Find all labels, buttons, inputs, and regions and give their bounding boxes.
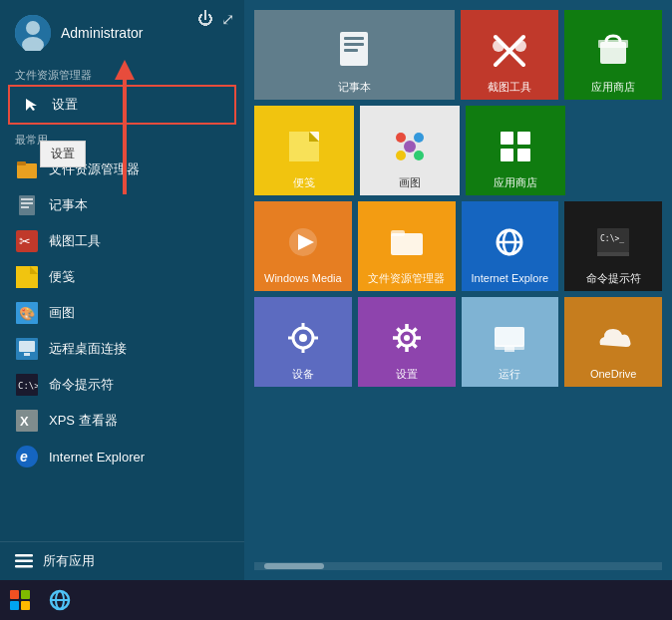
tile-paint[interactable]: 画图: [360, 106, 460, 195]
tile-onedrive-icon: [594, 319, 632, 364]
menu-item-xps[interactable]: X XPS 查看器: [0, 403, 244, 439]
scrollbar-thumb: [264, 563, 324, 569]
win-logo-blue: [10, 601, 19, 610]
tile-run[interactable]: 运行: [462, 297, 559, 387]
xps-label: XPS 查看器: [49, 412, 118, 430]
tile-sticky-label: 便笺: [293, 176, 315, 189]
tile-devices-label: 设备: [292, 368, 314, 381]
svg-rect-37: [598, 40, 628, 48]
tile-filemanager-label: 文件资源管理器: [368, 272, 445, 285]
tile-snip[interactable]: 截图工具: [461, 10, 558, 100]
svg-rect-48: [501, 149, 513, 161]
power-button[interactable]: ⏻: [197, 10, 213, 29]
svg-rect-3: [17, 163, 37, 178]
svg-text:e: e: [20, 449, 28, 465]
svg-point-44: [414, 151, 424, 160]
svg-rect-46: [501, 132, 513, 145]
paint-label: 画图: [49, 304, 75, 322]
svg-point-33: [493, 40, 504, 52]
tiles-row3: Windows Media 文件资源管理器: [254, 201, 662, 291]
svg-rect-8: [21, 206, 29, 208]
tile-sticky[interactable]: 便笺: [254, 106, 354, 195]
tile-run-icon: [491, 319, 528, 364]
tile-ie[interactable]: Internet Explore: [462, 201, 559, 291]
tile-store-label: 应用商店: [591, 81, 635, 94]
taskbar-ie-button[interactable]: [40, 580, 80, 620]
settings-menu-item[interactable]: 设置: [8, 85, 236, 125]
tile-onedrive[interactable]: OneDrive: [564, 297, 662, 387]
svg-rect-29: [344, 37, 364, 40]
tile-settings-label: 设置: [396, 368, 418, 381]
cmd-icon: C:\>_: [15, 373, 39, 397]
tile-devices[interactable]: 设备: [254, 297, 352, 387]
start-button[interactable]: [0, 580, 40, 620]
windows-logo: [10, 590, 30, 610]
tiles-row2: 便笺 画图: [254, 106, 662, 195]
tile-sticky-icon: [285, 128, 323, 172]
tile-media-icon: [284, 223, 322, 268]
svg-rect-52: [391, 233, 423, 255]
settings-icon: [20, 93, 44, 117]
right-panel: 记事本 截图工具: [244, 0, 672, 580]
svg-point-61: [299, 334, 307, 342]
tile-cmd-icon: C:\>_: [594, 223, 632, 268]
menu-item-paint[interactable]: 🎨 画图: [0, 295, 244, 331]
file-manager-icon: [15, 157, 39, 181]
svg-point-42: [414, 133, 424, 143]
menu-item-snip[interactable]: ✂ 截图工具: [0, 223, 244, 259]
svg-line-72: [397, 328, 401, 332]
tile-paint-label: 画图: [399, 176, 421, 189]
win-logo-yellow: [21, 601, 30, 610]
tile-media[interactable]: Windows Media: [254, 201, 352, 291]
tile-filemanager[interactable]: 文件资源管理器: [358, 201, 456, 291]
svg-text:C:\>_: C:\>_: [600, 234, 624, 243]
paint-icon: 🎨: [15, 301, 39, 325]
taskbar-ie-icon: [49, 589, 71, 611]
taskbar: [0, 580, 672, 620]
tile-appstore2[interactable]: 应用商店: [466, 106, 565, 195]
left-panel: Administrator ⏻ ⤢ 文件资源管理器 设置 设置 最常用: [0, 0, 244, 580]
svg-point-1: [26, 21, 40, 35]
svg-point-45: [404, 141, 416, 153]
svg-rect-53: [391, 230, 405, 236]
tile-devices-icon: [284, 319, 322, 364]
tile-ie-icon: [491, 223, 528, 268]
svg-rect-76: [495, 327, 524, 347]
tile-notepad[interactable]: 记事本: [254, 10, 455, 100]
rdp-label: 远程桌面连接: [49, 340, 127, 358]
tile-notepad-label: 记事本: [338, 81, 371, 94]
expand-button[interactable]: ⤢: [221, 10, 234, 29]
menu-item-rdp[interactable]: 远程桌面连接: [0, 331, 244, 367]
svg-rect-4: [17, 161, 26, 165]
svg-rect-30: [344, 43, 364, 46]
svg-rect-17: [19, 341, 35, 352]
menu-item-sticky[interactable]: 便笺: [0, 259, 244, 295]
menu-item-cmd[interactable]: C:\>_ 命令提示符: [0, 367, 244, 403]
svg-line-75: [397, 343, 401, 347]
win-logo-red: [10, 590, 19, 599]
tile-cmd-label: 命令提示符: [586, 272, 641, 285]
tile-filemanager-icon: [388, 223, 426, 268]
hamburger-icon: [15, 554, 33, 568]
user-name: Administrator: [61, 25, 143, 41]
menu-item-notepad[interactable]: 记事本: [0, 187, 244, 223]
avatar[interactable]: [15, 15, 51, 51]
win-logo-green: [21, 590, 30, 599]
tile-store[interactable]: 应用商店: [564, 10, 662, 100]
svg-line-73: [412, 343, 416, 347]
recently-used-label: 最常用: [0, 127, 244, 152]
menu-item-file-manager[interactable]: 文件资源管理器: [0, 152, 244, 187]
svg-rect-27: [15, 565, 33, 568]
menu-item-ie[interactable]: e Internet Explorer: [0, 439, 244, 474]
cmd-label: 命令提示符: [49, 376, 114, 394]
svg-text:C:\>_: C:\>_: [18, 381, 38, 391]
all-apps[interactable]: 所有应用: [0, 541, 244, 580]
svg-rect-78: [504, 347, 514, 352]
tile-settings-icon: [388, 319, 426, 364]
svg-point-67: [404, 335, 410, 341]
tile-media-label: Windows Media: [264, 272, 342, 285]
scrollbar-area[interactable]: [254, 562, 662, 570]
tile-cmd[interactable]: C:\>_ 命令提示符: [564, 201, 662, 291]
tiles-row1: 记事本 截图工具: [254, 10, 662, 100]
tile-settings[interactable]: 设置: [358, 297, 456, 387]
